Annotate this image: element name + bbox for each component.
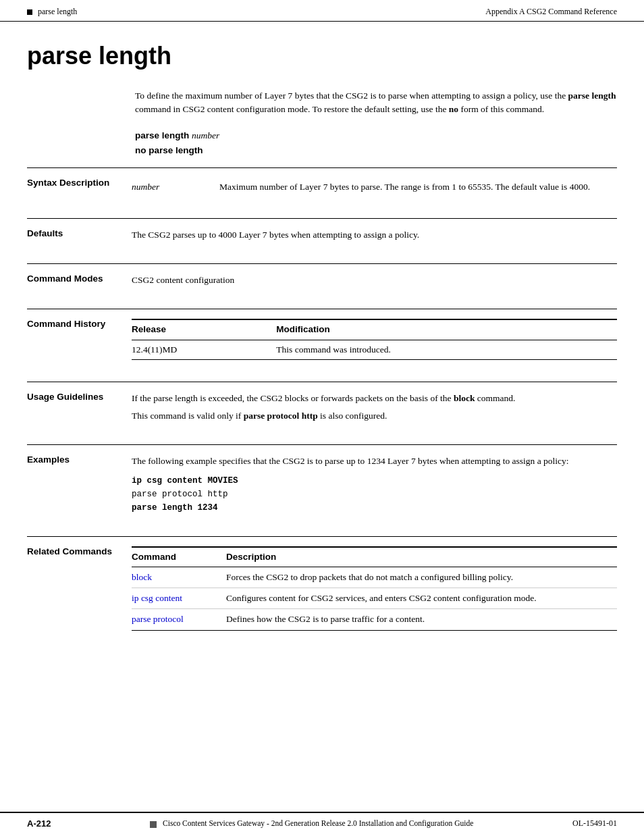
related-desc-1: Forces the CSG2 to drop packets that do … xyxy=(226,567,617,588)
cmd-modification-value: This command was introduced. xyxy=(276,340,617,359)
footer-bullet-icon xyxy=(150,821,157,828)
defaults-label: Defaults xyxy=(27,228,132,242)
table-row: block Forces the CSG2 to drop packets th… xyxy=(132,567,617,588)
usage-guidelines-label: Usage Guidelines xyxy=(27,392,132,423)
usage-line2-post: is also configured. xyxy=(318,411,387,421)
page-footer: A-212 Cisco Content Services Gateway - 2… xyxy=(0,812,644,834)
usage-guidelines-content: If the parse length is exceeded, the CSG… xyxy=(132,392,617,423)
header-bullet-icon xyxy=(27,9,32,15)
cmd-table-header-row: Release Modification xyxy=(132,319,617,340)
code-line-2: parse protocol http xyxy=(132,488,617,501)
command-history-content: Release Modification 12.4(11)MD This com… xyxy=(132,319,617,360)
footer-doc-number: OL-15491-01 xyxy=(572,818,617,829)
header-left-text: parse length xyxy=(38,7,77,17)
description-bold1: parse length xyxy=(568,90,616,101)
table-row: 12.4(11)MD This command was introduced. xyxy=(132,340,617,359)
syntax-cmd-1: parse length number xyxy=(135,130,617,141)
page-header: parse length Appendix A CSG2 Command Ref… xyxy=(0,0,644,22)
related-header-row: Command Description xyxy=(132,547,617,567)
usage-line2: This command is valid only if parse prot… xyxy=(132,409,617,423)
syntax-table: number Maximum number of Layer 7 bytes t… xyxy=(132,178,617,197)
footer-center: Cisco Content Services Gateway - 2nd Gen… xyxy=(64,819,559,827)
description-end: form of this command. xyxy=(458,104,544,114)
code-line-1: ip csg content MOVIES xyxy=(132,474,617,488)
description-bold2: no xyxy=(449,104,458,114)
command-history-section: Command History Release Modification 12.… xyxy=(27,309,617,369)
defaults-content: The CSG2 parses up to 4000 Layer 7 bytes… xyxy=(132,228,617,242)
related-col-command: Command xyxy=(132,547,226,567)
table-row: number Maximum number of Layer 7 bytes t… xyxy=(132,178,617,197)
command-history-label: Command History xyxy=(27,319,132,360)
main-content: parse length To define the maximum numbe… xyxy=(0,22,644,694)
command-modes-label: Command Modes xyxy=(27,273,132,287)
related-desc-3: Defines how the CSG2 is to parse traffic… xyxy=(226,609,617,630)
related-col-description: Description xyxy=(226,547,617,567)
usage-line1-bold: block xyxy=(454,393,475,403)
parse-protocol-link[interactable]: parse protocol xyxy=(132,614,184,624)
related-commands-content: Command Description block Forces the CSG… xyxy=(132,546,617,631)
ip-csg-content-link[interactable]: ip csg content xyxy=(132,593,182,603)
related-cmd-3: parse protocol xyxy=(132,609,226,630)
syntax-cmd-2: no parse length xyxy=(135,145,617,155)
footer-center-text: Cisco Content Services Gateway - 2nd Gen… xyxy=(163,819,473,827)
header-right-text: Appendix A CSG2 Command Reference xyxy=(485,7,617,17)
description-middle: command in CSG2 content configuration mo… xyxy=(135,104,449,114)
description-area: To define the maximum number of Layer 7 … xyxy=(135,89,617,117)
examples-code: ip csg content MOVIES parse protocol htt… xyxy=(132,474,617,515)
table-row: ip csg content Configures content for CS… xyxy=(132,588,617,609)
examples-content: The following example specifies that the… xyxy=(132,454,617,514)
description-intro: To define the maximum number of Layer 7 … xyxy=(135,90,568,101)
examples-section: Examples The following example specifies… xyxy=(27,444,617,523)
block-link[interactable]: block xyxy=(132,572,152,582)
code-line-3: parse length 1234 xyxy=(132,501,617,515)
syntax-description-content: number Maximum number of Layer 7 bytes t… xyxy=(132,178,617,197)
related-commands-label: Related Commands xyxy=(27,546,132,631)
command-history-table: Release Modification 12.4(11)MD This com… xyxy=(132,319,617,360)
syntax-description-label: Syntax Description xyxy=(27,178,132,197)
usage-line1-post: command. xyxy=(475,393,515,403)
command-modes-section: Command Modes CSG2 content configuration xyxy=(27,263,617,296)
related-cmd-1: block xyxy=(132,567,226,588)
syntax-commands: parse length number no parse length xyxy=(135,130,617,155)
usage-line1: If the parse length is exceeded, the CSG… xyxy=(132,392,617,405)
related-desc-2: Configures content for CSG2 services, an… xyxy=(226,588,617,609)
footer-page-number: A-212 xyxy=(27,818,51,829)
usage-line2-bold: parse protocol http xyxy=(244,411,318,421)
usage-guidelines-section: Usage Guidelines If the parse length is … xyxy=(27,382,617,433)
related-commands-table: Command Description block Forces the CSG… xyxy=(132,546,617,631)
page: parse length Appendix A CSG2 Command Ref… xyxy=(0,0,644,834)
cmd-col-modification: Modification xyxy=(276,319,617,340)
cmd-col-release: Release xyxy=(132,319,276,340)
usage-line1-pre: If the parse length is exceeded, the CSG… xyxy=(132,393,454,403)
examples-label: Examples xyxy=(27,454,132,514)
defaults-section: Defaults The CSG2 parses up to 4000 Laye… xyxy=(27,218,617,251)
related-commands-section: Related Commands Command Description blo… xyxy=(27,536,617,640)
command-modes-content: CSG2 content configuration xyxy=(132,273,617,287)
table-row: parse protocol Defines how the CSG2 is t… xyxy=(132,609,617,630)
header-left: parse length xyxy=(27,7,77,17)
cmd-release-value: 12.4(11)MD xyxy=(132,340,276,359)
syntax-description-section: Syntax Description number Maximum number… xyxy=(27,167,617,206)
syntax-term: number xyxy=(132,178,219,197)
syntax-definition: Maximum number of Layer 7 bytes to parse… xyxy=(219,178,617,197)
examples-intro: The following example specifies that the… xyxy=(132,454,617,468)
related-cmd-2: ip csg content xyxy=(132,588,226,609)
usage-line2-pre: This command is valid only if xyxy=(132,411,244,421)
page-title: parse length xyxy=(27,42,617,70)
